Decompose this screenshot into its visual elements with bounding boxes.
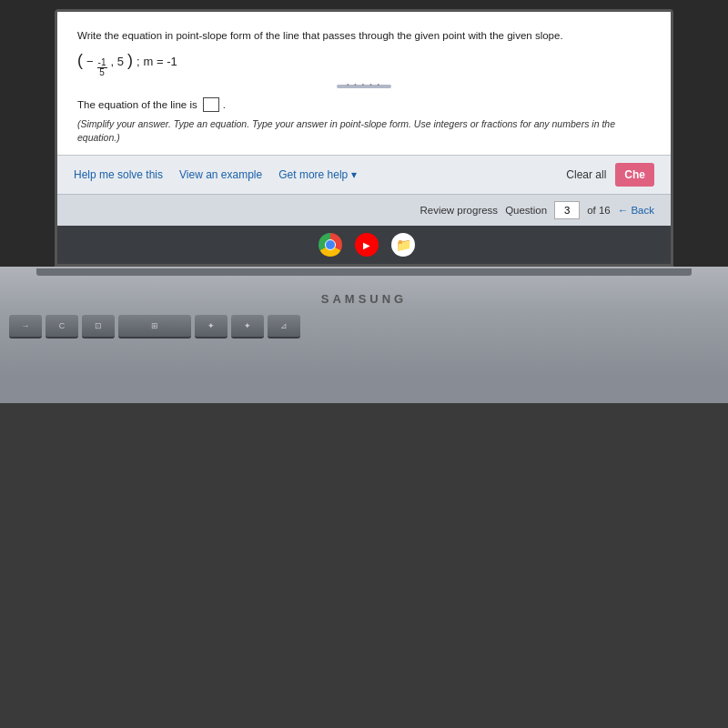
- laptop-brand: SAMSUNG: [321, 292, 407, 306]
- review-progress-label: Review progress: [420, 205, 498, 216]
- review-bar: Review progress Question of 16 ← Back: [57, 194, 671, 226]
- clear-all-button[interactable]: Clear all: [566, 168, 606, 181]
- equation-prefix: The equation of the line is: [77, 99, 197, 110]
- key-overview[interactable]: ⊞: [118, 315, 191, 339]
- get-more-help-link[interactable]: Get more help ▾: [278, 168, 356, 181]
- given-values: ( − -1 5 , 5 ) ; m = -1: [77, 52, 651, 77]
- comma-y: , 5: [111, 55, 124, 68]
- keyboard-area: → C ⊡ ⊞ ✦ ✦ ⊿: [9, 315, 719, 339]
- x-fraction: -1 5: [97, 58, 107, 77]
- answer-input-box[interactable]: [203, 97, 219, 112]
- taskbar: 📁: [57, 226, 673, 264]
- key-refresh[interactable]: C: [46, 315, 78, 339]
- negative-sign: −: [86, 55, 94, 68]
- check-button[interactable]: Che: [615, 163, 654, 187]
- laptop-bottom: [0, 376, 728, 403]
- open-paren: (: [77, 52, 83, 68]
- dots-bar: [337, 85, 391, 88]
- question-label: Question: [505, 205, 547, 216]
- back-button[interactable]: ← Back: [618, 205, 654, 216]
- view-example-link[interactable]: View an example: [179, 168, 262, 181]
- simplify-note: (Simplify your answer. Type an equation.…: [77, 117, 651, 144]
- laptop-screen: Write the equation in point-slope form o…: [55, 9, 673, 267]
- of-total-label: of 16: [587, 205, 611, 216]
- key-arrow[interactable]: →: [9, 315, 42, 339]
- google-drive-icon[interactable]: 📁: [391, 233, 415, 257]
- close-paren: ): [127, 52, 133, 68]
- laptop-hinge: [36, 268, 692, 276]
- help-me-solve-link[interactable]: Help me solve this: [74, 168, 163, 181]
- chrome-icon[interactable]: [318, 233, 342, 257]
- content-area: Write the equation in point-slope form o…: [57, 12, 671, 155]
- semicolon: ;: [136, 55, 140, 68]
- question-number-input[interactable]: [554, 201, 580, 219]
- equation-line: The equation of the line is .: [77, 97, 651, 112]
- laptop-body: SAMSUNG → C ⊡ ⊞ ✦ ✦ ⊿: [0, 267, 728, 376]
- key-brightness2[interactable]: ✦: [231, 315, 264, 339]
- key-search[interactable]: ⊡: [82, 315, 115, 339]
- problem-title: Write the equation in point-slope form o…: [77, 28, 651, 43]
- slope-value: m = -1: [144, 55, 177, 68]
- youtube-icon[interactable]: [355, 233, 379, 257]
- divider: [77, 85, 651, 88]
- key-misc[interactable]: ⊿: [268, 315, 300, 339]
- bottom-toolbar: Help me solve this View an example Get m…: [57, 155, 671, 194]
- key-brightness1[interactable]: ✦: [195, 315, 228, 339]
- equation-suffix: .: [223, 99, 226, 110]
- keyboard-row: → C ⊡ ⊞ ✦ ✦ ⊿: [9, 315, 300, 339]
